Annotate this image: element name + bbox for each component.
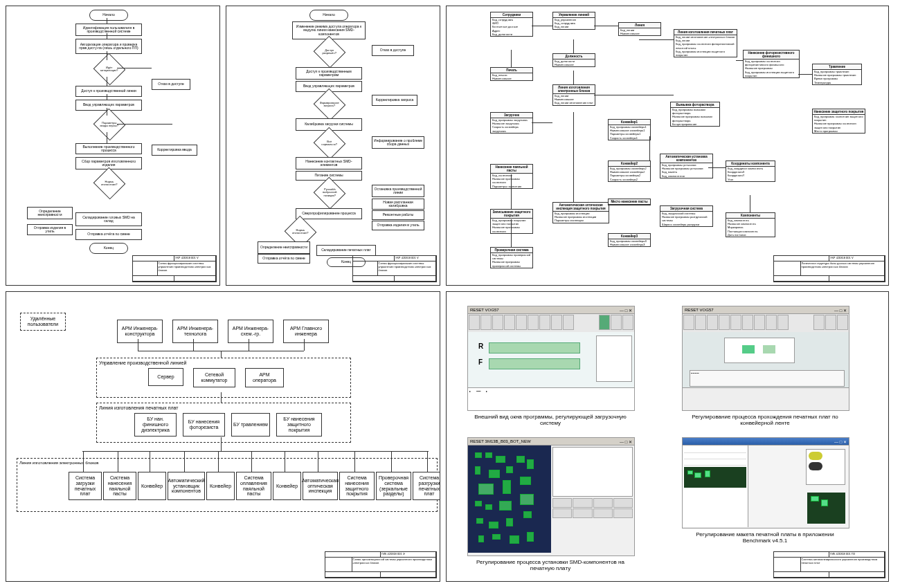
entity: ЗагрузчикКод_программы загрузчикаНазвани… — [490, 112, 533, 134]
process: Нанесение контактных SMD-элементов — [296, 157, 362, 169]
box: Конвейер — [206, 472, 235, 500]
box: АРМ Инженера-конструктора — [117, 320, 163, 343]
entity: СотрудникиКод_сотрудникаФИОКонтактные да… — [490, 12, 533, 37]
decision: Норма отклонения? — [93, 167, 126, 200]
process: Отправка изделия в утиль — [27, 224, 73, 235]
process: Остановка производственной линии — [372, 185, 424, 197]
title-block: ГИК 420318 001 Э Схема организационной с… — [325, 551, 437, 578]
box: БУ нан. финишного диэлектрика — [134, 413, 177, 437]
box: АРМ Инженера-схем.-гр. — [228, 320, 273, 343]
entity: Конвейер2Код_программы конвейера2Наимено… — [608, 160, 651, 182]
process: Определение неисправности — [258, 241, 310, 254]
entity: Записывание защитного покрытияКод_програ… — [490, 209, 533, 234]
process: Отправка отчёта по смене — [258, 254, 310, 264]
box: АРМ Главного инженера — [283, 320, 329, 343]
process: Складирование готовых SMD на склад — [75, 212, 142, 226]
decision: Параметры вводы верны? — [93, 109, 126, 141]
process: Сверхпрофилирование процесса — [296, 208, 362, 219]
entity: Проверочная системаКод_программы проверо… — [490, 247, 533, 268]
entity: Загрузочная системаКод_загрузочной систе… — [660, 205, 713, 227]
entity: ДолжностьКод_должностиНаименование — [552, 53, 595, 67]
decision: Доступ разрешён? — [314, 36, 346, 68]
box: Система разгрузки печатных плат — [413, 472, 440, 500]
box: Система оплавления паяльной пасты — [236, 472, 271, 500]
box: Удалённые пользователи — [20, 313, 66, 331]
screenshot-2: RESET VOG57— □ ✕ ━ ━ ━ ━ Регулирование п… — [682, 306, 849, 426]
sheet-architecture: Удалённые пользователи АРМ Инженера-конс… — [6, 291, 440, 582]
box: АРМ Инженера-технолога — [172, 320, 218, 343]
screenshot-3: RESET 3M13B_B03_BOT_NEW— □ ✕ — [467, 437, 635, 571]
entity: Координаты компонентаКод_координат компо… — [726, 160, 775, 182]
entity: ТравлениеКод_программы травленияНазвание… — [812, 64, 862, 85]
entity: Линия изготовления печатных платКод_лини… — [674, 29, 737, 57]
sheet-flowchart-2: Начало Изменение режима доступа оператор… — [226, 6, 440, 286]
box: БУ нанесения фоторезиста — [183, 413, 225, 437]
box: Проверочная система (зеркальные разделы) — [376, 472, 411, 500]
process: Идентификация пользователя в производств… — [75, 24, 142, 36]
caption: Регулирование процесса прохождения печат… — [682, 414, 848, 426]
process: Корректировка ввода — [152, 145, 197, 156]
caption: Внешний вид окна программы, регулирующей… — [467, 414, 633, 426]
decision: Идёт авторизация? — [93, 53, 126, 86]
box: Система загрузки печатных плат — [69, 472, 102, 500]
title-block: УКР 420318 001 V Схема функционирования … — [352, 255, 437, 282]
entity: Нанесение паяльной пастыКод_нанесенияНаз… — [490, 164, 533, 189]
box: Конвейер — [138, 472, 166, 500]
caption: Регулирование макета печатной платы в пр… — [682, 531, 848, 544]
decision: Всё нормально? — [314, 127, 346, 160]
entity: Конвейер3Код_программы конвейера3Наимено… — [608, 233, 651, 247]
entity: Нанесение фоторезистивного финишногоКод_… — [743, 50, 800, 78]
terminator-end: Конец — [89, 243, 128, 254]
sheet-erd: СотрудникиКод_сотрудникаФИОКонтактные да… — [446, 6, 889, 286]
box: Система нанесения паяльной пасты — [103, 472, 136, 500]
box: БУ травлением — [231, 413, 270, 437]
process: Выполнение производственного процесса — [75, 143, 142, 154]
process: Складирование печатных плат — [316, 245, 376, 256]
box: Автоматическая оптическая инспекция — [303, 472, 338, 500]
terminator-start: Начало — [309, 10, 348, 21]
process: Определение неисправности — [27, 207, 73, 219]
caption: Регулирование процесса установки SMD-ком… — [467, 559, 633, 571]
box: Конвейер — [273, 472, 301, 500]
entity: Конвейер1Код_программы конвейера1Наимено… — [608, 119, 651, 140]
box: АРМ оператора — [245, 368, 284, 387]
entity: Линия изготовления электронных блоковКод… — [552, 84, 595, 106]
entity: Автоматическая оптическая инспекция защи… — [552, 202, 609, 223]
screenshot-4: — □ ✕ Регули — [682, 437, 849, 544]
process: Доступ к производственным параметрам — [296, 67, 362, 80]
sheet-flowchart-1: Начало Идентификация пользователя в прои… — [6, 6, 220, 286]
box: Система нанесения защитного покрытия — [339, 472, 375, 500]
process: Авторизация оператора и проверка прав до… — [75, 39, 142, 54]
title-block: УКР 420318 001 V Схема функционирования … — [132, 255, 217, 282]
entity: КомпонентыКод_компонентаНазвание компоне… — [726, 212, 775, 237]
box: Сетевой коммутатор — [193, 368, 235, 387]
title-block: УКР 420318 001 V Логическая структура ба… — [773, 255, 885, 282]
process: Отказ в доступе — [372, 45, 414, 56]
process: Отправка изделия в утиль — [372, 221, 424, 230]
entity: ПечатьКод_печатиНаименование — [490, 67, 533, 81]
process: Отправка отчёта по смене — [75, 229, 142, 240]
process: Ремонтные работы — [372, 210, 424, 220]
box: Сервер — [148, 368, 183, 386]
decision: Формирование запроса? — [314, 89, 346, 121]
box: Автоматический установщик компонентов — [168, 472, 205, 500]
decision: Ручной/в выбранной позиции? — [314, 177, 346, 210]
process: Новая распланная калибровка — [372, 199, 424, 210]
process: Доступ к производственной линии — [75, 86, 142, 97]
screenshot-1: RESET VOG57— □ ✕ R F ▸━━━▸ Внешний вид о… — [467, 306, 635, 426]
entity: Нанесение защитного покрытияКод_программ… — [812, 109, 865, 134]
title-block: ГИК 420318 001 ПЗ Система автоматизирова… — [773, 551, 885, 578]
process: Отказ в доступе — [152, 79, 190, 90]
entity: Автоматическая установка компонентовКод_… — [660, 154, 713, 178]
entity: ЛинияКод_линииНаименование — [618, 22, 661, 36]
process: Корректировка запроса — [372, 95, 417, 106]
terminator-start: Начало — [89, 10, 128, 21]
entity: Вымывка фотораствораКод_программы вымывк… — [670, 102, 720, 127]
entity: Управление линиейКод_управленияКод_сотру… — [552, 12, 595, 30]
box: БУ нанесения защитного покрытия — [276, 413, 322, 437]
sheet-screenshots: RESET VOG57— □ ✕ R F ▸━━━▸ Внешний вид о… — [446, 291, 889, 582]
process: Информирование о проблеме сбора данных — [372, 136, 424, 149]
entity: Место нанесение пасты — [608, 199, 651, 205]
